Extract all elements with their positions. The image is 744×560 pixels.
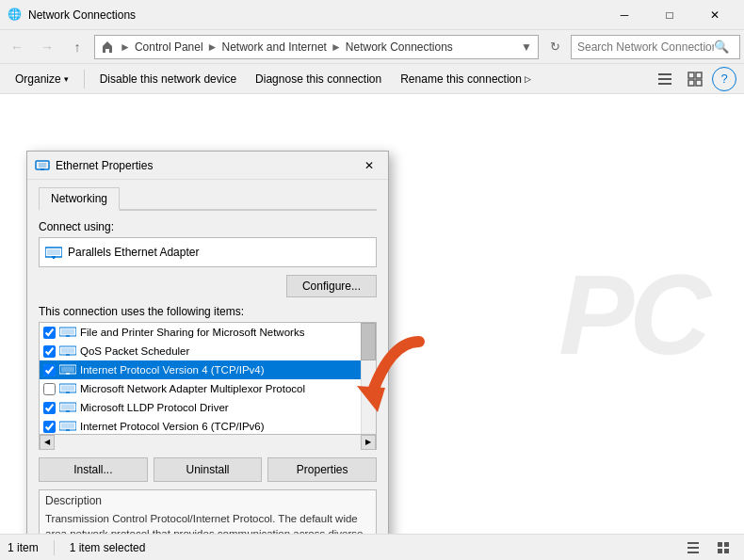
list-item-checkbox[interactable] xyxy=(43,364,56,376)
dialog-icon xyxy=(35,158,50,173)
svg-rect-3 xyxy=(688,72,694,78)
address-path[interactable]: ► Control Panel ► Network and Internet ►… xyxy=(94,35,539,59)
window-title: Network Connections xyxy=(28,8,603,22)
list-item-icon xyxy=(59,383,76,394)
list-item[interactable]: Internet Protocol Version 6 (TCP/IPv6) xyxy=(40,417,361,435)
networking-tab[interactable]: Networking xyxy=(39,187,120,211)
status-list-view[interactable] xyxy=(680,536,706,560)
svg-rect-2 xyxy=(658,83,671,85)
svg-rect-6 xyxy=(696,80,702,86)
watermark: PC xyxy=(558,249,706,379)
back-button[interactable]: ← xyxy=(4,34,30,60)
hscroll-left[interactable]: ◀ xyxy=(40,435,55,450)
maximize-button[interactable]: □ xyxy=(648,0,691,30)
breadcrumb-network-connections[interactable]: Network Connections xyxy=(346,40,453,54)
toolbar: Organize ▾ Disable this network device D… xyxy=(0,64,744,94)
list-item-checkbox[interactable] xyxy=(43,402,56,414)
description-title: Description xyxy=(45,494,370,507)
organize-chevron: ▾ xyxy=(64,74,69,84)
horizontal-scrollbar[interactable]: ◀ ▶ xyxy=(39,435,377,450)
selected-count: 1 item selected xyxy=(70,541,146,554)
list-item-label: Internet Protocol Version 6 (TCP/IPv6) xyxy=(80,421,265,432)
search-icon: 🔍 xyxy=(714,40,729,54)
address-bar: ← → ↑ ► Control Panel ► Network and Inte… xyxy=(0,30,744,64)
title-bar: 🌐 Network Connections ─ □ ✕ xyxy=(0,0,744,30)
svg-rect-26 xyxy=(61,386,74,392)
breadcrumb-home xyxy=(101,40,116,54)
disable-button[interactable]: Disable this network device xyxy=(92,67,244,91)
status-detail-view[interactable] xyxy=(710,536,736,560)
list-item-checkbox[interactable] xyxy=(43,383,56,395)
list-item[interactable]: File and Printer Sharing for Microsoft N… xyxy=(40,323,361,342)
list-item-label: Microsoft LLDP Protocol Driver xyxy=(80,402,229,413)
hscroll-right[interactable]: ▶ xyxy=(361,435,376,450)
forward-button[interactable]: → xyxy=(34,34,60,60)
list-item-icon xyxy=(59,345,76,357)
connect-using-label: Connect using: xyxy=(39,220,377,233)
properties-button[interactable]: Properties xyxy=(267,457,377,482)
uninstall-button[interactable]: Uninstall xyxy=(154,457,263,482)
diagnose-button[interactable]: Diagnose this connection xyxy=(248,67,389,91)
list-item-checkbox[interactable] xyxy=(43,421,56,433)
svg-marker-8 xyxy=(357,386,385,412)
refresh-button[interactable]: ↻ xyxy=(542,35,567,59)
list-item-label: Microsoft Network Adapter Multiplexor Pr… xyxy=(80,383,305,394)
close-button[interactable]: ✕ xyxy=(693,0,736,30)
breadcrumb-network-internet[interactable]: Network and Internet xyxy=(222,40,327,54)
svg-rect-29 xyxy=(61,405,74,410)
items-list: File and Printer Sharing for Microsoft N… xyxy=(39,322,377,435)
path-dropdown[interactable]: ▼ xyxy=(521,40,532,54)
toolbar-separator xyxy=(84,70,85,88)
search-input[interactable] xyxy=(577,40,714,54)
dialog-title-bar: Ethernet Properties ✕ xyxy=(27,152,388,180)
list-item-checkbox[interactable] xyxy=(43,327,56,339)
svg-rect-23 xyxy=(61,367,74,373)
change-settings-button[interactable] xyxy=(652,67,678,91)
settings-icon xyxy=(657,72,672,87)
svg-rect-17 xyxy=(61,329,74,335)
tab-bar: Networking xyxy=(39,187,377,211)
svg-rect-32 xyxy=(61,424,74,429)
ethernet-properties-dialog: Ethernet Properties ✕ Networking Connect… xyxy=(26,151,389,534)
svg-rect-0 xyxy=(658,73,671,75)
list-item-label: QoS Packet Scheduler xyxy=(80,345,189,357)
configure-button[interactable]: Configure... xyxy=(286,275,377,297)
svg-rect-38 xyxy=(687,547,699,549)
window-icon: 🌐 xyxy=(8,8,23,23)
list-view-icon xyxy=(686,540,701,555)
list-item[interactable]: Microsoft Network Adapter Multiplexor Pr… xyxy=(40,379,361,398)
install-button[interactable]: Install... xyxy=(39,457,148,482)
view-toggle-button[interactable] xyxy=(682,67,708,91)
svg-rect-13 xyxy=(47,249,60,255)
list-item[interactable]: Microsoft LLDP Protocol Driver xyxy=(40,398,361,417)
list-item-checkbox[interactable] xyxy=(43,345,56,358)
dialog-body: Networking Connect using: Parallels Ethe… xyxy=(27,180,388,534)
rename-button[interactable]: Rename this connection ▷ xyxy=(393,67,539,91)
list-item[interactable]: Internet Protocol Version 4 (TCP/IPv4) xyxy=(40,360,361,379)
svg-rect-37 xyxy=(687,542,699,544)
minimize-button[interactable]: ─ xyxy=(603,0,646,30)
svg-rect-43 xyxy=(724,549,729,553)
up-button[interactable]: ↑ xyxy=(64,34,90,60)
breadcrumb-control-panel[interactable]: Control Panel xyxy=(135,40,203,54)
view-icon xyxy=(687,72,703,87)
svg-rect-20 xyxy=(61,348,74,354)
help-button[interactable]: ? xyxy=(712,67,736,91)
list-item[interactable]: QoS Packet Scheduler xyxy=(40,342,361,360)
dialog-close-button[interactable]: ✕ xyxy=(358,154,380,177)
list-item-label: File and Printer Sharing for Microsoft N… xyxy=(80,327,304,338)
search-box[interactable]: 🔍 xyxy=(571,35,740,59)
window-controls: ─ □ ✕ xyxy=(603,0,736,30)
action-buttons: Install... Uninstall Properties xyxy=(39,457,377,482)
list-item-icon xyxy=(59,327,76,338)
status-separator xyxy=(54,540,55,555)
arrow-indicator xyxy=(344,328,429,422)
svg-rect-4 xyxy=(696,72,702,78)
items-label: This connection uses the following items… xyxy=(39,305,377,318)
description-group: Description Transmission Control Protoco… xyxy=(39,489,377,534)
detail-view-icon xyxy=(716,540,731,555)
organize-button[interactable]: Organize ▾ xyxy=(8,67,76,91)
svg-rect-40 xyxy=(718,542,722,547)
list-item-icon xyxy=(59,402,76,413)
hscroll-track[interactable] xyxy=(55,435,361,450)
